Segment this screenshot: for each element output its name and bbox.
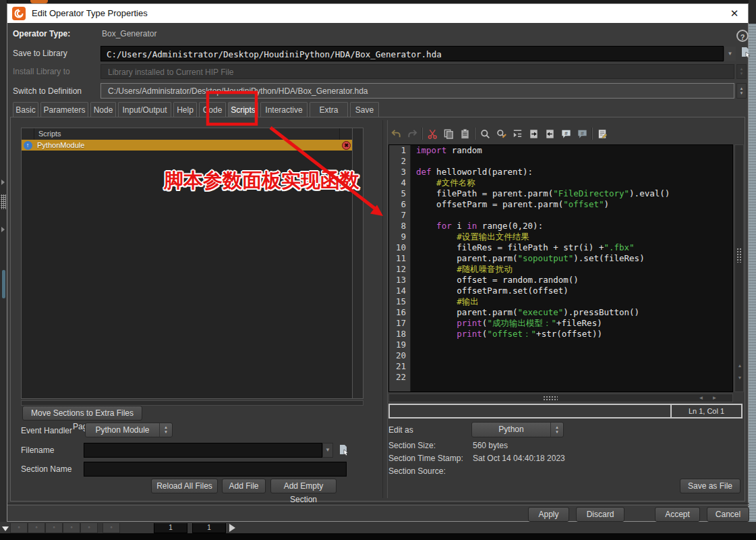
help-icon[interactable]: ? xyxy=(736,30,749,42)
code-text: ).pressButton() xyxy=(563,307,639,317)
find-replace-icon[interactable] xyxy=(494,127,508,140)
line-number: 14 xyxy=(389,286,410,296)
paste-icon[interactable] xyxy=(458,127,471,140)
save-as-file-button[interactable]: Save as File xyxy=(680,479,740,493)
code-text xyxy=(416,318,457,328)
edit-notes-icon[interactable] xyxy=(595,127,609,140)
file-chooser-icon[interactable] xyxy=(739,46,751,59)
copy-icon[interactable] xyxy=(442,127,455,140)
scroll-down-icon[interactable]: ▼ xyxy=(735,373,745,383)
cancel-button[interactable]: Cancel xyxy=(707,507,749,522)
spinner-down-icon: ▼ xyxy=(164,430,168,435)
tab-help[interactable]: Help xyxy=(173,102,197,117)
shift-right-icon[interactable] xyxy=(527,127,540,140)
code-string: ".fbx" xyxy=(604,242,634,252)
tab-parameters[interactable]: Parameters xyxy=(40,102,88,117)
editor-hscrollbar[interactable]: ◄ ► xyxy=(388,394,733,402)
undo-icon[interactable] xyxy=(389,127,403,140)
edit-as-dropdown[interactable]: Python ▲ ▼ xyxy=(471,422,564,437)
code-text: offsetParm.set(offset) xyxy=(416,286,569,296)
edit-operator-type-properties-dialog: Edit Operator Type Properties ✕ Operator… xyxy=(7,3,749,522)
background-right-scrollbar[interactable] xyxy=(749,24,756,533)
apply-button[interactable]: Apply xyxy=(528,507,569,522)
code-line: def helloworld(parent): xyxy=(416,167,732,178)
code-line: print("offset："+str(offset)) xyxy=(416,329,732,340)
code-editor[interactable]: 12345678910111213141516171819202122 impo… xyxy=(388,144,733,392)
spinner-up-icon: ▲ xyxy=(740,86,744,91)
background-grip-dots xyxy=(1,194,6,209)
tab-interactive[interactable]: Interactive xyxy=(260,102,308,117)
remove-section-icon[interactable]: ✖ xyxy=(342,141,351,150)
code-string: "offset：" xyxy=(487,329,536,339)
shift-left-icon[interactable] xyxy=(543,127,556,140)
scripts-table-header: Scripts xyxy=(22,128,352,140)
filename-dropdown-icon[interactable]: ▼ xyxy=(322,443,333,458)
code-string: "FileDirectory" xyxy=(553,188,629,198)
scripts-header-icon-column xyxy=(22,128,34,140)
tab-basic[interactable]: Basic xyxy=(13,102,38,117)
code-editor-toolbar: ## xyxy=(389,126,609,141)
cut-icon[interactable] xyxy=(426,127,439,140)
save-to-library-field[interactable]: C:/Users/Administrator/Desktop/HoudiniPy… xyxy=(100,46,724,61)
event-handler-dropdown[interactable]: Python Module ▲ ▼ xyxy=(85,423,173,437)
dialog-titlebar[interactable]: Edit Operator Type Properties ✕ xyxy=(7,4,748,23)
line-number: 20 xyxy=(389,350,410,361)
section-source-label: Section Source: xyxy=(388,466,446,476)
hscrollbar-grip[interactable] xyxy=(543,396,558,401)
background-frame-field[interactable]: 1 xyxy=(192,523,226,533)
line-number: 22 xyxy=(389,372,410,383)
pane-splitter[interactable] xyxy=(382,120,388,498)
line-number: 6 xyxy=(389,199,410,210)
code-line: parent.parm("sopoutput").set(fileRes) xyxy=(416,253,732,264)
code-line: #文件名称 xyxy=(416,178,732,188)
code-keyword: in xyxy=(467,221,477,231)
tab-save[interactable]: Save xyxy=(350,102,379,117)
code-string: "sopoutput" xyxy=(518,253,574,263)
vscrollbar-grip[interactable] xyxy=(736,248,743,263)
add-file-button[interactable]: Add File xyxy=(222,479,266,493)
tab-code[interactable]: Code xyxy=(199,102,226,117)
filename-file-chooser-icon[interactable] xyxy=(337,443,349,457)
discard-button[interactable]: Discard xyxy=(576,507,624,522)
code-line xyxy=(416,372,732,383)
scripts-section-row[interactable]: ↑PythonModule✖ xyxy=(22,140,352,151)
scroll-left-icon[interactable]: ◄ xyxy=(696,394,706,402)
code-string: "成功输出模型：" xyxy=(487,318,556,328)
uncomment-icon[interactable]: # xyxy=(575,127,589,140)
code-comment: #设置输出文件结果 xyxy=(457,232,529,242)
search-icon[interactable] xyxy=(478,127,492,140)
code-keyword: import xyxy=(416,145,446,155)
filename-input[interactable] xyxy=(84,443,322,458)
section-name-input[interactable] xyxy=(84,462,347,477)
background-play-triangle xyxy=(229,524,235,532)
indent-icon[interactable] xyxy=(511,127,524,140)
promote-section-icon[interactable]: ↑ xyxy=(24,141,32,150)
line-number: 5 xyxy=(389,188,410,199)
scroll-up-icon[interactable]: ▲ xyxy=(735,361,745,371)
background-frame-field[interactable]: 1 xyxy=(154,523,187,533)
tab-node[interactable]: Node xyxy=(90,102,116,117)
scripts-table-hscrollbar[interactable] xyxy=(21,400,364,406)
tab-extra-files[interactable]: Extra Files xyxy=(310,102,348,117)
code-text: ) xyxy=(604,199,609,209)
code-text: +fileRes) xyxy=(556,318,602,328)
add-empty-section-button[interactable]: Add Empty Section xyxy=(270,479,337,493)
code-text-area[interactable]: import randomdef helloworld(parent): #文件… xyxy=(411,145,732,392)
line-number: 10 xyxy=(389,242,410,253)
switch-to-definition-spinner[interactable]: ▲ ▼ xyxy=(736,83,747,99)
comment-icon[interactable]: # xyxy=(559,127,573,140)
accept-button[interactable]: Accept xyxy=(655,507,700,522)
background-scrollbar-thumb[interactable] xyxy=(2,270,5,298)
tab-input-output[interactable]: Input/Output xyxy=(118,102,171,117)
reload-all-files-button[interactable]: Reload All Files xyxy=(151,479,218,493)
close-icon[interactable]: ✕ xyxy=(726,4,743,23)
editor-vscrollbar[interactable]: ▲ ▼ xyxy=(734,144,744,392)
redo-icon[interactable] xyxy=(405,127,419,140)
switch-to-definition-field[interactable]: C:/Users/Administrator/Desktop/HoudiniPy… xyxy=(100,83,734,99)
tab-scripts[interactable]: Scripts xyxy=(228,102,258,117)
save-to-library-dropdown-icon[interactable]: ▼ xyxy=(724,47,736,61)
move-sections-button[interactable]: Move Sections to Extra Files Page xyxy=(22,406,142,421)
scroll-right-icon[interactable]: ► xyxy=(709,394,720,402)
dialog-title: Edit Operator Type Properties xyxy=(32,4,148,23)
code-line: offsetParm.set(offset) xyxy=(416,286,732,296)
